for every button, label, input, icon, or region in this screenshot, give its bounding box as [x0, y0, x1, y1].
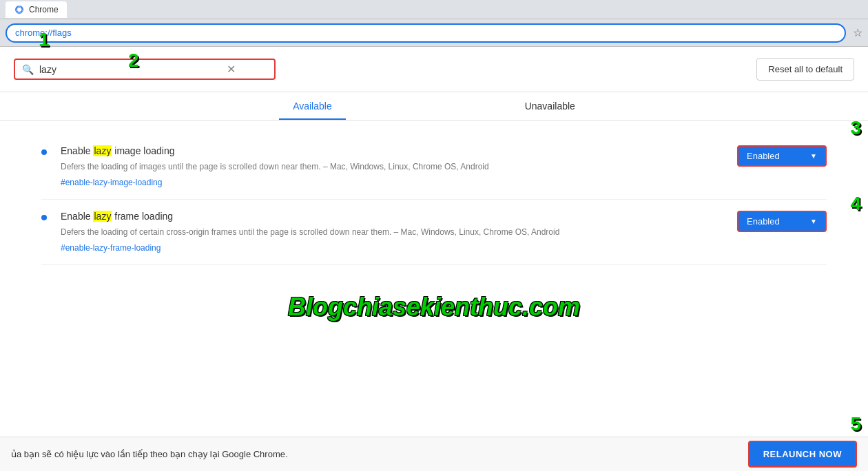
- flag-description: Defers the loading of certain cross-orig…: [61, 226, 723, 238]
- flag-control: Enabled ▼: [737, 211, 827, 232]
- flag-enabled-dropdown-2[interactable]: Enabled ▼: [737, 211, 827, 232]
- relaunch-now-button[interactable]: RELAUNCH NOW: [748, 441, 857, 468]
- search-icon: 🔍: [22, 64, 34, 75]
- flag-info: Enable lazy image loading Defers the loa…: [61, 145, 723, 188]
- flag-title: Enable lazy frame loading: [61, 211, 723, 222]
- browser-toolbar: ☆: [0, 19, 868, 47]
- flag-title-before: Enable: [61, 145, 93, 156]
- clear-search-icon[interactable]: ✕: [227, 63, 236, 76]
- annotation-2: 2: [128, 50, 139, 72]
- watermark-text: Blogchiasekienthuc.com: [288, 293, 580, 321]
- browser-titlebar: Chrome: [0, 0, 868, 19]
- flag-dot-icon: [41, 215, 47, 220]
- flags-page: 🔍 ✕ Reset all to default Available Unava…: [0, 47, 868, 437]
- flag-title: Enable lazy image loading: [61, 145, 723, 156]
- flag-description: Defers the loading of images until the p…: [61, 160, 723, 173]
- enabled-label: Enabled: [747, 216, 780, 227]
- flags-tabs: Available Unavailable: [0, 92, 868, 121]
- dropdown-arrow-icon: ▼: [810, 218, 817, 225]
- flag-dot-icon: [41, 149, 47, 155]
- flags-list: Enable lazy image loading Defers the loa…: [0, 121, 868, 279]
- status-text: ủa bạn sẽ có hiệu lực vào lần tiếp theo …: [11, 449, 288, 459]
- flag-highlight: lazy: [93, 145, 112, 156]
- flag-title-after: image loading: [112, 145, 174, 156]
- flag-title-after: frame loading: [112, 211, 173, 222]
- browser-tab[interactable]: Chrome: [6, 1, 67, 18]
- annotation-3: 3: [850, 117, 861, 139]
- flag-info: Enable lazy frame loading Defers the loa…: [61, 211, 723, 253]
- search-box: 🔍 ✕: [14, 59, 276, 80]
- flag-highlight: lazy: [93, 211, 112, 222]
- tab-title: Chrome: [29, 5, 59, 14]
- flag-link[interactable]: #enable-lazy-image-loading: [61, 178, 162, 187]
- flag-enabled-dropdown-1[interactable]: Enabled ▼: [737, 145, 827, 167]
- annotation-5: 5: [850, 413, 861, 435]
- chrome-logo-icon: [14, 4, 25, 15]
- flag-title-before: Enable: [61, 211, 93, 222]
- dropdown-arrow-icon: ▼: [810, 152, 817, 160]
- address-input[interactable]: [15, 28, 836, 38]
- reset-all-button[interactable]: Reset all to default: [756, 58, 854, 81]
- annotation-4: 4: [850, 193, 861, 215]
- bookmark-star-icon[interactable]: ☆: [853, 26, 862, 39]
- address-bar[interactable]: [6, 23, 846, 43]
- flag-item: Enable lazy image loading Defers the loa…: [41, 134, 827, 200]
- flag-item: Enable lazy frame loading Defers the loa…: [41, 200, 827, 265]
- flag-link[interactable]: #enable-lazy-frame-loading: [61, 243, 161, 253]
- tab-available[interactable]: Available: [279, 92, 346, 120]
- enabled-label: Enabled: [747, 151, 780, 161]
- watermark: Blogchiasekienthuc.com: [0, 279, 868, 328]
- annotation-1: 1: [39, 29, 50, 51]
- tab-unavailable[interactable]: Unavailable: [511, 92, 589, 120]
- bottom-bar: ủa bạn sẽ có hiệu lực vào lần tiếp theo …: [0, 437, 868, 471]
- flag-control: Enabled ▼: [737, 145, 827, 167]
